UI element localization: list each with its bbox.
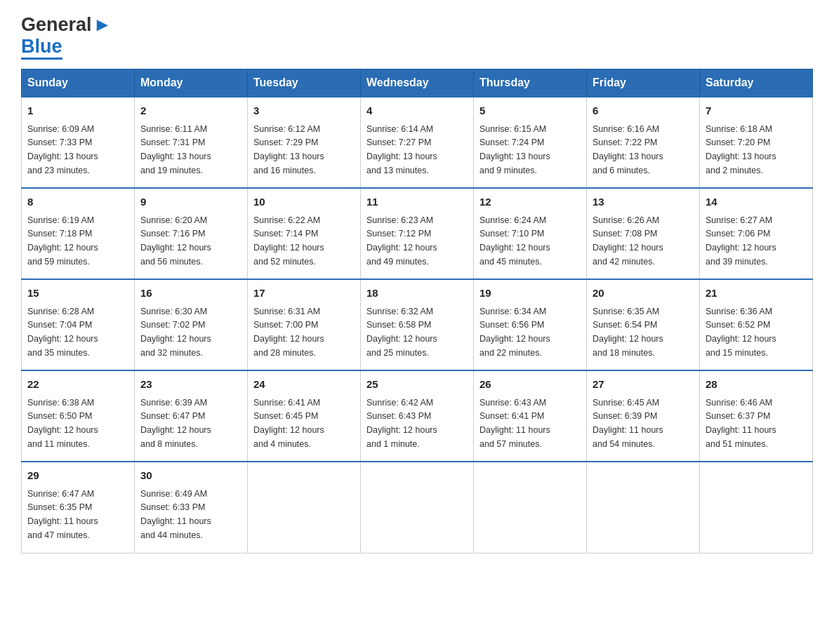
day-number: 10 <box>253 194 355 210</box>
calendar-day-cell: 3 Sunrise: 6:12 AMSunset: 7:29 PMDayligh… <box>248 97 361 188</box>
calendar-week-row: 8 Sunrise: 6:19 AMSunset: 7:18 PMDayligh… <box>22 188 813 279</box>
calendar-day-cell: 18 Sunrise: 6:32 AMSunset: 6:58 PMDaylig… <box>361 279 474 370</box>
calendar-day-cell <box>248 462 361 553</box>
calendar-day-cell: 13 Sunrise: 6:26 AMSunset: 7:08 PMDaylig… <box>587 188 700 279</box>
day-info: Sunrise: 6:49 AMSunset: 6:33 PMDaylight:… <box>140 489 211 540</box>
calendar-day-cell: 28 Sunrise: 6:46 AMSunset: 6:37 PMDaylig… <box>700 370 813 462</box>
day-info: Sunrise: 6:46 AMSunset: 6:37 PMDaylight:… <box>706 398 776 449</box>
day-info: Sunrise: 6:15 AMSunset: 7:24 PMDaylight:… <box>479 124 550 175</box>
day-number: 8 <box>27 194 128 210</box>
day-info: Sunrise: 6:35 AMSunset: 6:54 PMDaylight:… <box>593 307 663 358</box>
calendar-day-cell: 5 Sunrise: 6:15 AMSunset: 7:24 PMDayligh… <box>474 97 587 188</box>
day-number: 25 <box>366 377 468 393</box>
day-info: Sunrise: 6:16 AMSunset: 7:22 PMDaylight:… <box>593 124 663 175</box>
calendar-day-cell: 26 Sunrise: 6:43 AMSunset: 6:41 PMDaylig… <box>474 370 587 462</box>
day-number: 29 <box>27 468 128 484</box>
calendar-day-cell: 27 Sunrise: 6:45 AMSunset: 6:39 PMDaylig… <box>587 370 700 462</box>
calendar-week-row: 15 Sunrise: 6:28 AMSunset: 7:04 PMDaylig… <box>22 279 813 370</box>
day-info: Sunrise: 6:14 AMSunset: 7:27 PMDaylight:… <box>366 124 437 175</box>
calendar-day-cell: 8 Sunrise: 6:19 AMSunset: 7:18 PMDayligh… <box>22 188 135 279</box>
calendar-day-cell: 11 Sunrise: 6:23 AMSunset: 7:12 PMDaylig… <box>361 188 474 279</box>
day-info: Sunrise: 6:47 AMSunset: 6:35 PMDaylight:… <box>27 489 98 540</box>
calendar-day-cell: 20 Sunrise: 6:35 AMSunset: 6:54 PMDaylig… <box>587 279 700 370</box>
day-info: Sunrise: 6:12 AMSunset: 7:29 PMDaylight:… <box>253 124 324 175</box>
day-number: 22 <box>27 377 128 393</box>
day-number: 28 <box>706 377 807 393</box>
day-info: Sunrise: 6:24 AMSunset: 7:10 PMDaylight:… <box>479 215 550 267</box>
day-info: Sunrise: 6:19 AMSunset: 7:18 PMDaylight:… <box>27 215 98 267</box>
logo-blue-text: ► <box>93 14 112 36</box>
weekday-header-friday: Friday <box>587 69 700 98</box>
calendar-day-cell: 21 Sunrise: 6:36 AMSunset: 6:52 PMDaylig… <box>700 279 813 370</box>
calendar-day-cell: 6 Sunrise: 6:16 AMSunset: 7:22 PMDayligh… <box>587 97 700 188</box>
day-number: 21 <box>706 286 807 302</box>
calendar-day-cell: 1 Sunrise: 6:09 AMSunset: 7:33 PMDayligh… <box>22 97 135 188</box>
day-info: Sunrise: 6:26 AMSunset: 7:08 PMDaylight:… <box>593 215 663 267</box>
calendar-week-row: 22 Sunrise: 6:38 AMSunset: 6:50 PMDaylig… <box>22 370 813 462</box>
calendar-header: SundayMondayTuesdayWednesdayThursdayFrid… <box>22 69 813 98</box>
day-info: Sunrise: 6:45 AMSunset: 6:39 PMDaylight:… <box>593 398 663 449</box>
calendar-day-cell <box>361 462 474 553</box>
calendar-week-row: 29 Sunrise: 6:47 AMSunset: 6:35 PMDaylig… <box>22 462 813 553</box>
day-number: 2 <box>140 103 241 119</box>
day-number: 12 <box>479 194 581 210</box>
day-number: 7 <box>706 103 807 119</box>
day-number: 15 <box>27 286 128 302</box>
calendar-day-cell <box>587 462 700 553</box>
calendar-week-row: 1 Sunrise: 6:09 AMSunset: 7:33 PMDayligh… <box>22 97 813 188</box>
day-info: Sunrise: 6:30 AMSunset: 7:02 PMDaylight:… <box>140 307 211 358</box>
day-number: 18 <box>366 286 468 302</box>
calendar-day-cell: 25 Sunrise: 6:42 AMSunset: 6:43 PMDaylig… <box>361 370 474 462</box>
weekday-header-row: SundayMondayTuesdayWednesdayThursdayFrid… <box>22 69 813 98</box>
day-number: 16 <box>140 286 241 302</box>
day-info: Sunrise: 6:32 AMSunset: 6:58 PMDaylight:… <box>366 307 437 358</box>
day-info: Sunrise: 6:28 AMSunset: 7:04 PMDaylight:… <box>27 307 98 358</box>
calendar-day-cell: 10 Sunrise: 6:22 AMSunset: 7:14 PMDaylig… <box>248 188 361 279</box>
calendar-day-cell: 14 Sunrise: 6:27 AMSunset: 7:06 PMDaylig… <box>700 188 813 279</box>
day-info: Sunrise: 6:22 AMSunset: 7:14 PMDaylight:… <box>253 215 324 267</box>
day-number: 11 <box>366 194 468 210</box>
day-number: 23 <box>140 377 241 393</box>
day-info: Sunrise: 6:34 AMSunset: 6:56 PMDaylight:… <box>479 307 550 358</box>
day-info: Sunrise: 6:39 AMSunset: 6:47 PMDaylight:… <box>140 398 211 449</box>
calendar-day-cell: 12 Sunrise: 6:24 AMSunset: 7:10 PMDaylig… <box>474 188 587 279</box>
weekday-header-tuesday: Tuesday <box>248 69 361 98</box>
calendar-day-cell: 22 Sunrise: 6:38 AMSunset: 6:50 PMDaylig… <box>22 370 135 462</box>
day-number: 13 <box>593 194 694 210</box>
day-info: Sunrise: 6:09 AMSunset: 7:33 PMDaylight:… <box>27 124 98 175</box>
day-number: 27 <box>593 377 694 393</box>
calendar-day-cell: 9 Sunrise: 6:20 AMSunset: 7:16 PMDayligh… <box>135 188 248 279</box>
calendar-day-cell: 16 Sunrise: 6:30 AMSunset: 7:02 PMDaylig… <box>135 279 248 370</box>
weekday-header-wednesday: Wednesday <box>361 69 474 98</box>
calendar-day-cell: 15 Sunrise: 6:28 AMSunset: 7:04 PMDaylig… <box>22 279 135 370</box>
day-info: Sunrise: 6:11 AMSunset: 7:31 PMDaylight:… <box>140 124 211 175</box>
weekday-header-monday: Monday <box>135 69 248 98</box>
day-info: Sunrise: 6:41 AMSunset: 6:45 PMDaylight:… <box>253 398 324 449</box>
day-info: Sunrise: 6:42 AMSunset: 6:43 PMDaylight:… <box>366 398 437 449</box>
day-number: 6 <box>593 103 694 119</box>
day-info: Sunrise: 6:31 AMSunset: 7:00 PMDaylight:… <box>253 307 324 358</box>
day-number: 1 <box>27 103 128 119</box>
calendar-day-cell: 2 Sunrise: 6:11 AMSunset: 7:31 PMDayligh… <box>135 97 248 188</box>
logo: General ► Blue <box>21 14 112 58</box>
day-number: 17 <box>253 286 355 302</box>
weekday-header-sunday: Sunday <box>22 69 135 98</box>
calendar-day-cell: 23 Sunrise: 6:39 AMSunset: 6:47 PMDaylig… <box>135 370 248 462</box>
day-info: Sunrise: 6:38 AMSunset: 6:50 PMDaylight:… <box>27 398 98 449</box>
calendar-day-cell: 4 Sunrise: 6:14 AMSunset: 7:27 PMDayligh… <box>361 97 474 188</box>
calendar-day-cell: 17 Sunrise: 6:31 AMSunset: 7:00 PMDaylig… <box>248 279 361 370</box>
day-number: 24 <box>253 377 355 393</box>
page-header: General ► Blue <box>21 14 813 58</box>
day-number: 20 <box>593 286 694 302</box>
day-number: 14 <box>706 194 807 210</box>
calendar-day-cell: 30 Sunrise: 6:49 AMSunset: 6:33 PMDaylig… <box>135 462 248 553</box>
calendar-table: SundayMondayTuesdayWednesdayThursdayFrid… <box>21 69 813 554</box>
day-number: 3 <box>253 103 355 119</box>
calendar-day-cell <box>700 462 813 553</box>
day-number: 5 <box>479 103 581 119</box>
day-info: Sunrise: 6:36 AMSunset: 6:52 PMDaylight:… <box>706 307 776 358</box>
day-info: Sunrise: 6:18 AMSunset: 7:20 PMDaylight:… <box>706 124 776 175</box>
calendar-day-cell: 19 Sunrise: 6:34 AMSunset: 6:56 PMDaylig… <box>474 279 587 370</box>
calendar-day-cell <box>474 462 587 553</box>
logo-blue-label: Blue <box>21 36 62 60</box>
